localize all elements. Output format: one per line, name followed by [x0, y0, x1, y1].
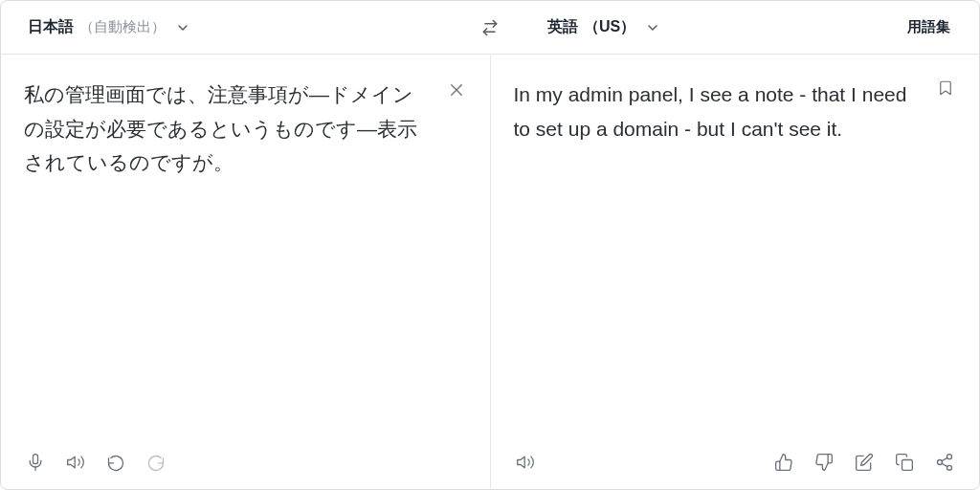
- copy-button[interactable]: [893, 451, 916, 474]
- swap-languages-wrapper: [473, 11, 507, 45]
- target-text-output: In my admin panel, I see a note - that I…: [491, 55, 980, 439]
- source-language-name: 日本語: [28, 17, 74, 37]
- microphone-icon: [26, 453, 45, 472]
- copy-icon: [895, 453, 914, 472]
- close-icon: [448, 81, 465, 99]
- source-text-input[interactable]: 私の管理画面では、注意事項が―ドメインの設定が必要であるというものです―表示され…: [1, 55, 490, 439]
- source-header: 日本語 （自動検出）: [1, 1, 490, 54]
- microphone-button[interactable]: [24, 451, 47, 474]
- target-header: 英語 （US） 用語集: [490, 1, 979, 54]
- undo-icon: [106, 453, 125, 472]
- panes: 私の管理画面では、注意事項が―ドメインの設定が必要であるというものです―表示され…: [1, 55, 979, 489]
- play-target-audio-button[interactable]: [514, 451, 537, 474]
- target-language-region: （US）: [584, 17, 635, 37]
- svg-line-11: [942, 457, 947, 460]
- target-language-selector[interactable]: 英語 （US）: [540, 11, 668, 43]
- bookmark-icon: [937, 79, 954, 97]
- undo-button[interactable]: [104, 451, 127, 474]
- target-language-name: 英語: [547, 17, 578, 37]
- translator-container: 日本語 （自動検出） 英語 （US）: [0, 0, 980, 490]
- save-translation-button[interactable]: [933, 76, 958, 100]
- svg-marker-4: [68, 457, 76, 468]
- source-toolbar: [1, 439, 490, 489]
- thumbs-down-button[interactable]: [813, 451, 835, 474]
- play-source-audio-button[interactable]: [64, 451, 87, 474]
- thumbs-down-icon: [814, 453, 834, 472]
- share-icon: [935, 453, 954, 472]
- clear-source-button[interactable]: [444, 78, 469, 102]
- swap-languages-button[interactable]: [473, 11, 507, 45]
- svg-rect-6: [902, 460, 913, 471]
- speaker-icon: [66, 453, 85, 472]
- share-button[interactable]: [933, 451, 956, 474]
- redo-button[interactable]: [145, 451, 167, 474]
- source-language-selector[interactable]: 日本語 （自動検出）: [20, 11, 198, 43]
- redo-icon: [146, 453, 166, 472]
- svg-rect-2: [33, 455, 38, 464]
- chevron-down-icon: [645, 20, 660, 35]
- thumbs-up-icon: [774, 453, 793, 472]
- chevron-down-icon: [175, 20, 190, 35]
- svg-line-10: [942, 463, 947, 466]
- thumbs-up-button[interactable]: [772, 451, 795, 474]
- swap-icon: [480, 18, 500, 37]
- speaker-icon: [516, 453, 535, 472]
- glossary-button[interactable]: 用語集: [898, 12, 960, 42]
- target-pane: In my admin panel, I see a note - that I…: [491, 55, 980, 489]
- svg-marker-5: [517, 457, 524, 468]
- target-actions-group: [772, 451, 956, 474]
- header-bar: 日本語 （自動検出） 英語 （US）: [1, 1, 979, 55]
- edit-icon: [855, 453, 874, 472]
- source-auto-detect-label: （自動検出）: [79, 18, 166, 36]
- edit-button[interactable]: [853, 451, 876, 474]
- source-pane: 私の管理画面では、注意事項が―ドメインの設定が必要であるというものです―表示され…: [1, 55, 491, 489]
- target-toolbar: [491, 439, 980, 489]
